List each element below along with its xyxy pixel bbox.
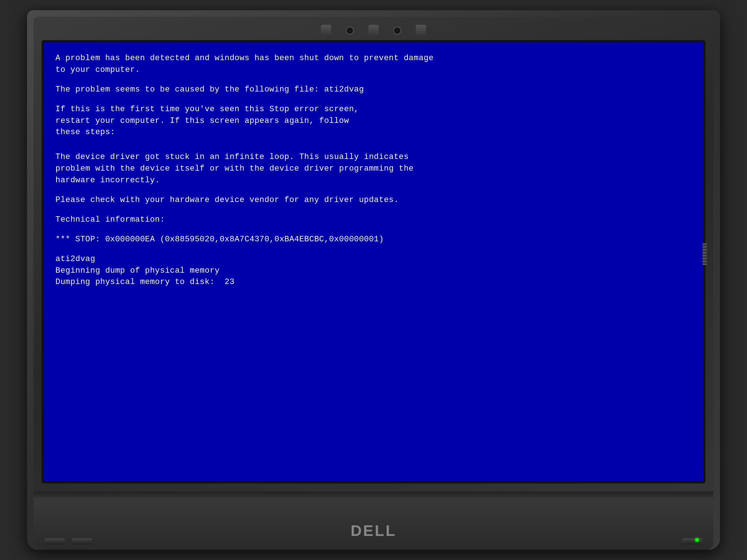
bsod-line8: problem with the device itself or with t…	[55, 163, 692, 175]
bsod-line5: restart your computer. If this screen ap…	[55, 115, 692, 127]
center-indicator	[368, 25, 379, 36]
bsod-line1: A problem has been detected and windows …	[55, 52, 692, 64]
bsod-dump-start: Beginning dump of physical memory	[55, 265, 692, 277]
bsod-spacer1	[55, 76, 692, 84]
dell-logo-text: DELL	[351, 522, 396, 540]
laptop-base: DELL	[34, 491, 713, 550]
laptop-lid: A problem has been detected and windows …	[34, 17, 713, 491]
left-indicator	[321, 25, 331, 36]
camera-area	[42, 25, 705, 36]
bsod-spacer4	[55, 186, 692, 194]
camera-right	[393, 27, 401, 35]
bsod-line9: hardware incorrectly.	[55, 175, 692, 186]
power-led	[695, 538, 699, 542]
foot-2	[72, 538, 92, 545]
bsod-spacer6	[55, 226, 692, 234]
bsod-line7: The device driver got stuck in an infini…	[55, 151, 692, 163]
bsod-dump-progress: Dumping physical memory to disk: 23	[55, 276, 692, 288]
webcam	[346, 27, 354, 35]
foot-right	[682, 538, 703, 545]
bsod-line11: Technical information:	[55, 214, 692, 226]
bsod-stop-code: *** STOP: 0x000000EA (0x88595020,0x8A7C4…	[55, 234, 692, 245]
bsod-screen: A problem has been detected and windows …	[44, 42, 703, 481]
bsod-line3: The problem seems to be caused by the fo…	[55, 84, 692, 96]
bsod-spacer5	[55, 206, 692, 214]
bsod-line2: to your computer.	[55, 64, 692, 76]
bsod-line6: these steps:	[55, 127, 692, 138]
bsod-line10: Please check with your hardware device v…	[55, 194, 692, 206]
bsod-spacer2	[55, 96, 692, 104]
hinge	[34, 491, 713, 498]
bsod-spacer7	[55, 245, 692, 253]
bsod-line4: If this is the first time you've seen th…	[55, 104, 692, 115]
bsod-driver-name: ati2dvag	[55, 253, 692, 265]
screen-bezel: A problem has been detected and windows …	[42, 40, 705, 483]
bsod-spacer3	[55, 138, 692, 151]
base-feet	[34, 538, 713, 545]
laptop: A problem has been detected and windows …	[27, 10, 720, 550]
foot-1	[44, 538, 65, 545]
left-feet	[44, 538, 92, 545]
right-indicator	[416, 25, 426, 36]
screen-vent	[703, 243, 703, 265]
